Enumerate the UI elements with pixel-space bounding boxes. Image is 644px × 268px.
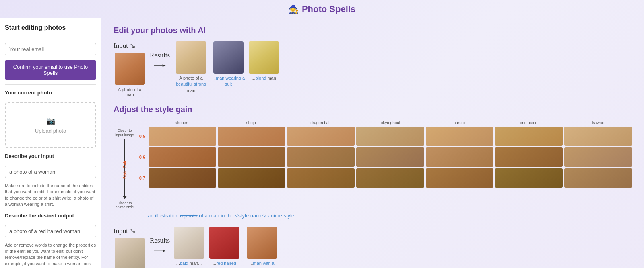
cell-0-5-dragonball: [287, 127, 355, 146]
cell-0-5-shonen: [149, 127, 216, 146]
result-photo-2: [213, 41, 244, 74]
style-gain-grid-section: Adjust the style gain Closer to input im…: [114, 105, 632, 219]
upload-label: Upload photo: [35, 128, 66, 134]
cell-0-7-tokyoghoul: [356, 168, 424, 188]
cell-0-5-tokyoghoul: [356, 127, 424, 146]
result-face-2-1: [174, 227, 204, 259]
results-label-text: Results: [150, 51, 170, 59]
input-face: [115, 53, 145, 85]
cell-0-7-naruto: [426, 168, 493, 188]
sidebar-title: Start editing photos: [5, 24, 96, 31]
cell-0-5-naruto: [426, 127, 493, 146]
app-title: Photo Spells: [302, 4, 355, 14]
style-gain-section-title: Adjust the style gain: [114, 105, 632, 114]
input-handwritten-label-2: Input ↘: [114, 227, 136, 235]
divider-1: [5, 38, 96, 38]
cell-0-6-shojo: [218, 147, 285, 167]
y-axis-block: Closer to input image Style Gain Closer …: [114, 121, 136, 209]
formula-strikethrough: a photo: [180, 213, 197, 219]
style-row-0-7: 0.7: [136, 168, 632, 188]
cell-0-5-kawaii: [564, 127, 632, 146]
style-grid-headers: shonen shojo dragon ball tokyo ghoul nar…: [148, 121, 632, 125]
col-header-shonen: shonen: [148, 121, 215, 125]
cell-0-7-shojo: [218, 168, 285, 188]
result-item-2: ...man wearing a suit: [211, 41, 246, 88]
email-input[interactable]: [5, 43, 96, 55]
result-photo-3: [249, 41, 279, 74]
cell-0-6-tokyoghoul: [356, 147, 424, 167]
cell-0-6-onepiece: [495, 147, 563, 167]
result-face-2-3: [247, 227, 277, 259]
result-item-2-2: ...red haired man...: [207, 227, 242, 268]
result-face-3: [249, 41, 279, 74]
style-grid-wrapper: Closer to input image Style Gain Closer …: [114, 121, 632, 209]
magic-wand-icon: 🧙: [289, 4, 299, 14]
style-row-0-5-cells: [149, 127, 632, 146]
results-arrow-block: Results →: [146, 51, 174, 71]
style-gain-axis-label: Style Gain: [122, 159, 127, 179]
header: 🧙 Photo Spells: [0, 0, 644, 18]
style-row-0-7-cells: [149, 168, 632, 188]
sidebar: Start editing photos Confirm your email …: [0, 18, 101, 268]
row-label-0-6: 0.6: [136, 155, 147, 160]
result-item-2-1: ...bald man...: [174, 227, 204, 266]
input-handwritten-label: Input ↘: [114, 41, 136, 50]
result-photo-2-1: [174, 227, 204, 259]
result-caption-3: ...blond man: [252, 75, 276, 81]
result-photo-1: [176, 41, 206, 74]
style-row-0-5: 0.5: [136, 127, 632, 146]
describe-input-field[interactable]: [5, 166, 96, 178]
results-arrow-block-2: Results →: [146, 237, 174, 256]
bottom-edit-demo: Input ↘ A photo of a man in a white t-sh…: [114, 227, 632, 268]
cell-0-6-dragonball: [287, 147, 355, 167]
axis-bottom-text: Closer to anime style: [114, 201, 136, 210]
results-label-text-2: Results: [150, 237, 170, 244]
input-label-text-2: Input: [114, 227, 128, 235]
edit-section-title: Edit your photos with AI: [114, 26, 632, 35]
bottom-demo-section: Input ↘ A photo of a man in a white t-sh…: [114, 227, 632, 268]
input-photo-2: [115, 238, 145, 268]
curved-arrow-right-2: →: [150, 245, 169, 256]
style-row-0-6-cells: [149, 147, 632, 167]
result-face-1: [176, 41, 206, 74]
cell-0-5-onepiece: [495, 127, 563, 146]
col-header-onepiece: one piece: [495, 121, 562, 125]
input-face-2: [115, 238, 145, 268]
result-item-3: ...blond man: [249, 41, 279, 81]
results-handwritten-label: Results: [150, 51, 170, 59]
describe-input-label: Describe your input: [5, 153, 96, 159]
style-row-0-6: 0.6: [136, 147, 632, 167]
cell-0-7-onepiece: [495, 168, 563, 188]
col-header-tokyoghoul: tokyo ghoul: [356, 121, 423, 125]
edit-photos-demo: Input ↘ A photo of a man Results →: [114, 41, 632, 97]
photo-upload-area[interactable]: 📷 Upload photo: [5, 102, 96, 148]
result-caption-2-2: ...red haired man...: [207, 260, 242, 268]
result-caption-2-3: ...man with a beautiful tan...: [245, 260, 279, 268]
confirm-email-button[interactable]: Confirm your email to use Photo Spells: [5, 60, 96, 80]
col-header-dragonball: dragon ball: [287, 121, 354, 125]
input-block-2: Input ↘ A photo of a man in a white t-sh…: [114, 227, 146, 268]
row-label-0-5: 0.5: [136, 134, 147, 139]
result-photo-2-3: [247, 227, 277, 259]
result-face-2-2: [209, 227, 239, 259]
style-grid: shonen shojo dragon ball tokyo ghoul nar…: [136, 121, 632, 188]
result-caption-2-1: ...bald man...: [176, 260, 202, 266]
result-caption-2: ...man wearing a suit: [211, 75, 246, 88]
describe-output-helper: Add or remove words to change the proper…: [5, 242, 96, 268]
divider-2: [5, 84, 96, 85]
describe-input-helper: Make sure to include the name of the ent…: [5, 183, 96, 208]
describe-output-label: Describe the desired output: [5, 213, 96, 219]
results-label-2: Results: [150, 237, 170, 245]
input-block: Input ↘ A photo of a man: [114, 41, 146, 97]
cell-0-6-naruto: [426, 147, 493, 167]
describe-output-field[interactable]: [5, 225, 96, 237]
arrow-icon: ↘: [130, 41, 136, 50]
col-header-naruto: naruto: [425, 121, 493, 125]
cell-0-7-shonen: [149, 168, 216, 188]
result-caption-1: A photo of a beautiful strong man: [174, 75, 208, 94]
result-photo-2-2: [209, 227, 239, 259]
cell-0-6-kawaii: [564, 147, 632, 167]
cell-0-7-kawaii: [564, 168, 632, 188]
cell-0-7-dragonball: [287, 168, 355, 188]
col-header-kawaii: kawaii: [564, 121, 632, 125]
